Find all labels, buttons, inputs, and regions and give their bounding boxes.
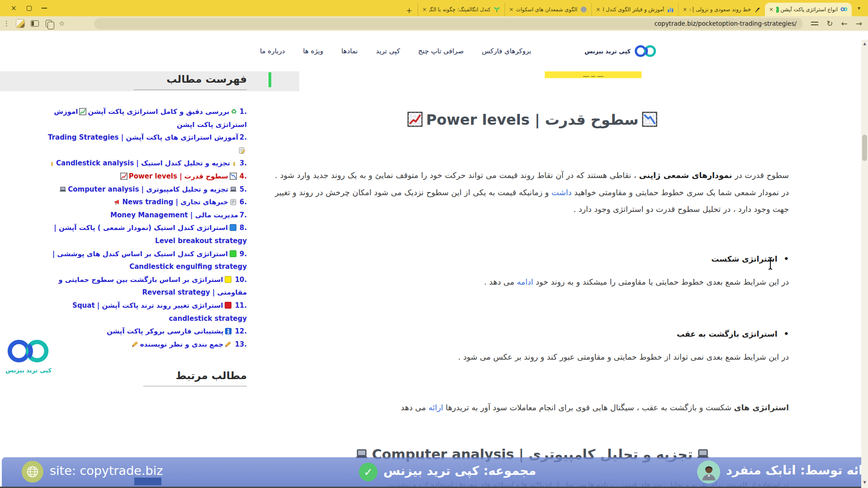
chart-up-icon <box>79 108 86 115</box>
toolbar-nav-icons: ↻ ← → <box>807 16 866 31</box>
new-tab-button[interactable]: + <box>403 5 415 16</box>
inline-link[interactable]: ارائه <box>429 403 443 412</box>
nav-topchange[interactable]: صرافی تاپ چنج <box>418 47 464 55</box>
toc-title: فهرست مطالب <box>134 73 247 90</box>
url-text[interactable]: copytrade.biz/pocketoption-trading-strat… <box>654 20 797 27</box>
scroll-down-icon[interactable]: ▼ <box>861 480 868 484</box>
tab-search-icon[interactable]: ▾ <box>853 2 865 14</box>
accessibility-icon <box>225 328 232 335</box>
toc-item-8[interactable]: 8.استراتژی کندل استیک (نمودار شمعی ) پاک… <box>45 221 247 247</box>
toc-item-11[interactable]: 11.استراتژی تغییر روند ترند پاکت آپشن | … <box>45 299 247 325</box>
tab-title: الگوی شمعدان های اسکوات - ج <box>516 6 577 13</box>
reload-icon[interactable]: ↻ <box>826 20 833 28</box>
highlight-remnant: ـــ ــ ـــ <box>545 70 642 78</box>
bar-chart-icon <box>667 6 674 13</box>
browser-tab-bar: × ▾ انواع استراتژی پاکت آپشن ✓ آمو × خط … <box>0 0 868 16</box>
toc-item-3[interactable]: 3.تجزیه و تحلیل کندل استیک | Candlestick… <box>45 157 247 170</box>
tool-icon <box>754 6 761 13</box>
globe-icon <box>22 461 43 483</box>
tab-close-icon[interactable]: × <box>769 6 774 13</box>
article-paragraph-1: سطوح قدرت در نمودارهای شمعی ژاپنی ، نقاط… <box>275 167 789 218</box>
inline-link[interactable]: داشت <box>552 188 572 197</box>
inline-link[interactable]: ادامه <box>517 277 533 286</box>
watermark-text: کپی ترید بیزنس <box>4 367 53 374</box>
recycle-icon: ♻ <box>231 108 236 116</box>
nav-forex-brokers[interactable]: بروکرهای فارکس <box>482 47 531 55</box>
tab-title: انواع استراتژی پاکت آپشن ✓ آمو <box>776 6 838 13</box>
candle-icon <box>231 160 237 167</box>
forward-icon[interactable]: ← <box>841 20 848 28</box>
laptop-icon <box>230 186 237 193</box>
caption-group: مجموعه: کپی ترید بیزنس <box>383 464 536 478</box>
nav-symbols[interactable]: نمادها <box>341 47 358 55</box>
close-window-icon[interactable]: × <box>11 5 17 12</box>
site-header: درباره ما ویژه ها نمادها کپی ترید صرافی … <box>0 31 868 71</box>
toc-item-5[interactable]: 5.تجزیه و تحلیل کامپیوتری | Computer ana… <box>45 183 247 196</box>
profile-avatar[interactable] <box>16 19 25 28</box>
tab-close-icon[interactable]: × <box>422 6 427 13</box>
toc-item-2[interactable]: 2.آموزش استراتژی های پاکت آپشن | Trading… <box>45 131 247 157</box>
toc-item-9[interactable]: 9.استراتژی کندل استیک بر اساس کندل های پ… <box>45 248 247 273</box>
address-bar[interactable]: copytrade.biz/pocketoption-trading-strat… <box>94 18 803 29</box>
tab-close-icon[interactable]: × <box>683 6 687 13</box>
video-caption-bar: site: copytrade.biz ✓ مجموعه: کپی ترید ب… <box>2 457 866 487</box>
restore-window-icon[interactable] <box>27 6 32 11</box>
toc-item-1[interactable]: 1.♻بررسی دقیق و کامل استراتژی پاکت آپشنا… <box>45 105 247 131</box>
tab[interactable]: خط روند صعودی و نزولی | تحلیل × <box>678 3 765 16</box>
chart-up-icon <box>120 173 127 180</box>
copytrade-logo-icon <box>634 44 657 58</box>
bullet-breakout-strategy: استراتژی شکست <box>275 254 789 263</box>
chart-up-icon <box>407 112 423 127</box>
toc-item-12[interactable]: 12.پشتیبانی فارسی بروکر پاکت آپشن <box>45 325 247 338</box>
copytrade-logo-icon <box>6 338 51 364</box>
window-controls: × <box>0 0 47 16</box>
check-badge-icon: ✓ <box>776 7 779 13</box>
toc-item-13[interactable]: 13.جمع بندی و نظر نویسنده <box>45 338 247 351</box>
toc-item-4-current[interactable]: 4.سطوح قدرت | Power levels <box>45 170 247 183</box>
toc-list: 1.♻بررسی دقیق و کامل استراتژی پاکت آپشنا… <box>45 105 247 351</box>
tab[interactable]: آموزش و فیلتر الگوی کندل انبرک × <box>591 3 678 16</box>
scrollbar[interactable]: ▲ ▼ <box>861 40 868 488</box>
menu-icon[interactable]: ⋮ <box>3 20 10 27</box>
check-circle-icon: ✓ <box>359 463 377 481</box>
side-panel-icon[interactable] <box>31 20 39 27</box>
tab-title: آموزش و فیلتر الگوی کندل انبرک <box>603 6 664 13</box>
tab-close-icon[interactable]: × <box>509 6 514 13</box>
article-paragraph-2: استراتژی های شکست و بازگشت به عقب ، سیگن… <box>275 403 789 412</box>
tab[interactable]: کندل انگالفینگ: چگونه با الگوهای × <box>418 3 505 16</box>
tab[interactable]: الگوی شمعدان های اسکوات - ج × <box>505 3 591 16</box>
author-avatar <box>697 460 720 483</box>
nav-featured[interactable]: ویژه ها <box>303 47 323 55</box>
newspaper-icon <box>230 198 237 206</box>
green-square-icon <box>230 250 236 257</box>
green-marker-bar <box>269 72 271 87</box>
scrollbar-thumb[interactable] <box>862 135 867 161</box>
toc-item-6[interactable]: 6.خبرهای تجاری | News trading <box>45 196 247 209</box>
nav-copytrade[interactable]: کپی ترید <box>376 47 400 55</box>
toc-item-10[interactable]: 10.استراتژی بر اساس بازگشت بین سطوح حمای… <box>45 273 247 299</box>
reading-mode-icon[interactable] <box>46 20 52 27</box>
plant-icon <box>493 6 500 13</box>
tune-icon[interactable] <box>811 21 818 26</box>
back-icon[interactable]: → <box>856 20 862 28</box>
tab-strip: ▾ انواع استراتژی پاکت آپشن ✓ آمو × خط رو… <box>403 0 866 16</box>
site-brand[interactable]: کپی ترید بیزنس <box>585 31 657 71</box>
page-viewport: درباره ما ویژه ها نمادها کپی ترید صرافی … <box>0 31 868 488</box>
text-cursor <box>767 256 774 271</box>
laptop-icon <box>59 186 66 193</box>
toc-item-7[interactable]: 7.مدیریت مالی | Money Management <box>45 209 247 222</box>
tab-active[interactable]: انواع استراتژی پاکت آپشن ✓ آمو × <box>765 3 852 16</box>
tab-close-icon[interactable]: × <box>596 6 600 13</box>
caption-site: site: copytrade.biz <box>50 464 163 478</box>
page-element-remnant <box>134 478 161 485</box>
bookmark-star-icon[interactable]: ☆ <box>59 20 65 27</box>
megaphone-icon <box>113 198 121 206</box>
minimize-window-icon[interactable] <box>42 8 47 9</box>
scroll-up-icon[interactable]: ▲ <box>861 42 868 46</box>
site-watermark: کپی ترید بیزنس <box>4 338 53 374</box>
candle-icon <box>49 160 55 167</box>
nav-about[interactable]: درباره ما <box>260 47 285 55</box>
writing-hand-icon <box>132 341 139 348</box>
tab-title: خط روند صعودی و نزولی | تحلیل <box>690 6 751 13</box>
chart-down-icon <box>230 173 237 180</box>
